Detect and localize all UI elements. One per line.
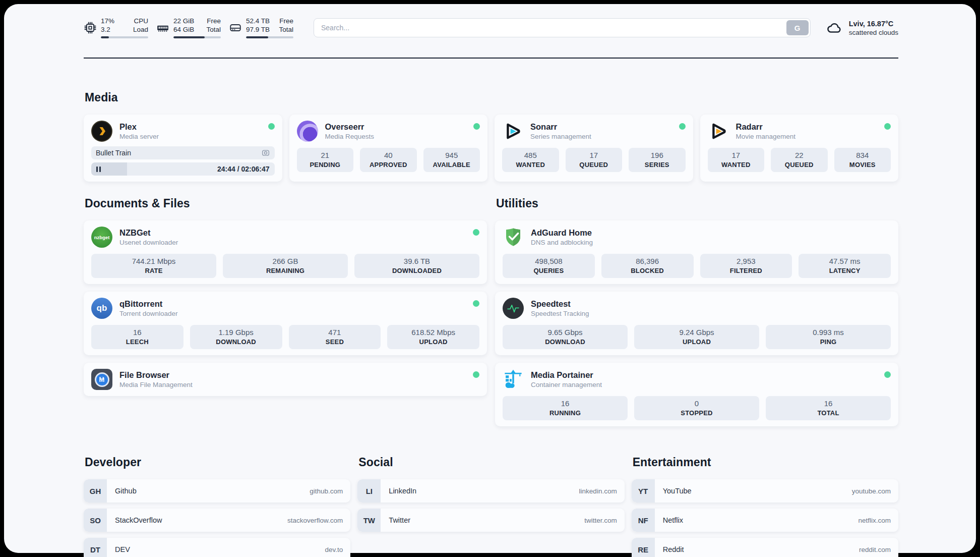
radarr-icon	[708, 121, 729, 142]
bookmark-group-entertainment: EntertainmentYTYouTubeyoutube.comNFNetfl…	[632, 456, 898, 557]
app-description: Speedtest Tracking	[531, 309, 589, 318]
section-title-social: Social	[358, 456, 624, 469]
stat-value: 9.65 Gbps	[505, 327, 626, 338]
app-text: Media PortainerContainer management	[531, 370, 602, 389]
section-documents: Documents & Files nzbgetNZBGetUsenet dow…	[84, 197, 487, 396]
stat-tile-wanted: 17WANTED	[708, 148, 765, 172]
bookmark-url: youtube.com	[852, 487, 898, 495]
bookmark-abbr-tile: RE	[632, 538, 655, 557]
overseerr-icon	[297, 121, 318, 142]
bookmark-name: DEV	[115, 545, 130, 553]
bookmark-rows: YTYouTubeyoutube.comNFNetflixnetflix.com…	[632, 479, 898, 557]
stat-label: QUEUED	[568, 160, 621, 169]
section-title-media: Media	[85, 91, 898, 104]
stat-label: APPROVED	[362, 160, 415, 169]
monitor-label: Total	[206, 26, 221, 34]
playback-time: 24:44 / 02:06:47	[217, 165, 275, 173]
bookmark-netflix[interactable]: NFNetflixnetflix.com	[632, 509, 898, 532]
app-name: Speedtest	[531, 299, 589, 309]
middle-columns: Documents & Files nzbgetNZBGetUsenet dow…	[84, 197, 898, 426]
section-utilities: Utilities AdGuard HomeDNS and adblocking…	[495, 197, 898, 426]
pause-button[interactable]	[96, 166, 101, 172]
disk-icon	[229, 21, 242, 34]
app-card-overseerr[interactable]: OverseerrMedia Requests21PENDING40APPROV…	[289, 115, 488, 182]
app-card-filebrowser[interactable]: File BrowserMedia File Management	[84, 363, 487, 396]
app-header-nzbget: nzbgetNZBGetUsenet downloader	[91, 227, 479, 248]
stat-value: 1.19 Gbps	[192, 327, 280, 338]
stat-label: QUERIES	[505, 266, 593, 275]
stat-tile-leech: 16LEECH	[91, 325, 183, 349]
stat-value: 39.6 TB	[356, 256, 477, 266]
bookmark-linkedin[interactable]: LILinkedInlinkedin.com	[357, 479, 624, 503]
app-card-qbittorrent[interactable]: qbqBittorrentTorrent downloader16LEECH1.…	[84, 292, 487, 355]
bookmark-abbr-tile: LI	[357, 479, 381, 503]
stat-label: REMAINING	[225, 266, 346, 275]
stats-row: 17WANTED22QUEUED834MOVIES	[708, 148, 891, 172]
app-header-qbittorrent: qbqBittorrentTorrent downloader	[91, 298, 479, 319]
app-card-adguard[interactable]: AdGuard HomeDNS and adblocking498,508QUE…	[495, 220, 898, 284]
stat-tile-upload: 9.24 GbpsUPLOAD	[634, 325, 759, 349]
app-card-radarr[interactable]: RadarrMovie management17WANTED22QUEUED83…	[700, 115, 899, 182]
app-card-speedtest[interactable]: SpeedtestSpeedtest Tracking9.65 GbpsDOWN…	[495, 292, 898, 355]
search-input[interactable]	[314, 18, 811, 37]
stat-value: 17	[710, 150, 763, 160]
monitor-row: 22 GiBFree	[173, 17, 221, 26]
monitor-ram-progressbar	[173, 36, 221, 38]
bookmark-github[interactable]: GHGithubgithub.com	[84, 479, 350, 503]
bookmark-twitter[interactable]: TWTwittertwitter.com	[357, 509, 624, 532]
search-engine-button[interactable]: G	[786, 20, 809, 35]
weather-text: Lviv, 16.87°C scattered clouds	[849, 19, 898, 37]
stat-label: SEED	[291, 338, 379, 346]
app-description: Container management	[531, 380, 602, 389]
bookmark-url: stackoverflow.com	[287, 517, 350, 524]
ram-icon	[156, 21, 169, 34]
bookmark-rows: GHGithubgithub.comSOStackOverflowstackov…	[84, 479, 350, 557]
app-card-nzbget[interactable]: nzbgetNZBGetUsenet downloader744.21 Mbps…	[84, 220, 487, 284]
bookmark-sections: DeveloperGHGithubgithub.comSOStackOverfl…	[84, 456, 898, 557]
app-header-adguard: AdGuard HomeDNS and adblocking	[503, 227, 891, 248]
app-header-filebrowser: File BrowserMedia File Management	[91, 369, 479, 390]
stat-label: STOPPED	[636, 409, 757, 417]
weather-widget[interactable]: Lviv, 16.87°C scattered clouds	[825, 18, 898, 37]
app-header-radarr: RadarrMovie management	[708, 121, 891, 142]
stat-tile-filtered: 2,953FILTERED	[700, 254, 792, 278]
stat-tile-total: 16TOTAL	[766, 396, 891, 420]
plex-icon	[91, 121, 112, 142]
cpu-icon	[84, 21, 97, 34]
app-card-plex[interactable]: PlexMedia serverBullet Train24:44 / 02:0…	[84, 115, 282, 182]
app-header-portainer: Media PortainerContainer management	[503, 369, 891, 390]
dashboard-page: 17%CPU3.2Load22 GiBFree64 GiBTotal52.4 T…	[4, 4, 976, 553]
section-title-developer: Developer	[85, 456, 350, 469]
bookmark-reddit[interactable]: RERedditreddit.com	[632, 538, 898, 557]
status-dot-online	[884, 371, 891, 378]
stat-value: 266 GB	[225, 256, 346, 266]
bookmark-url: twitter.com	[584, 517, 625, 524]
now-playing-title: Bullet Train	[96, 149, 261, 157]
bookmark-youtube[interactable]: YTYouTubeyoutube.com	[632, 479, 898, 503]
app-text: File BrowserMedia File Management	[119, 370, 193, 389]
stat-value: 471	[291, 327, 379, 338]
app-name: qBittorrent	[119, 299, 178, 309]
stat-value: 498,508	[505, 256, 593, 266]
stat-value: 485	[504, 150, 557, 160]
search-box: G	[314, 18, 811, 37]
stat-tile-pending: 21PENDING	[297, 148, 354, 172]
bookmark-group-social: SocialLILinkedInlinkedin.comTWTwittertwi…	[357, 456, 624, 557]
app-card-portainer[interactable]: Media PortainerContainer management16RUN…	[495, 363, 898, 426]
bookmark-name: Reddit	[663, 545, 684, 553]
stat-value: 945	[425, 150, 478, 160]
monitor-disk: 52.4 TBFree97.9 TBTotal	[229, 17, 293, 38]
header-divider	[84, 58, 898, 59]
bookmark-url: netflix.com	[858, 517, 898, 524]
stat-tile-download: 9.65 GbpsDOWNLOAD	[503, 325, 628, 349]
bookmark-dev[interactable]: DTDEVdev.to	[84, 538, 350, 557]
stat-label: FILTERED	[702, 266, 790, 275]
monitor-ram: 22 GiBFree64 GiBTotal	[156, 17, 221, 38]
stat-label: DOWNLOADED	[356, 266, 477, 275]
monitor-row: 52.4 TBFree	[246, 17, 293, 26]
app-card-sonarr[interactable]: SonarrSeries management485WANTED17QUEUED…	[495, 115, 693, 182]
bookmark-stackoverflow[interactable]: SOStackOverflowstackoverflow.com	[84, 509, 350, 532]
bookmark-name: Github	[115, 487, 137, 495]
stat-value: 618.52 Mbps	[389, 327, 477, 338]
monitor-value: 52.4 TB	[246, 17, 270, 26]
